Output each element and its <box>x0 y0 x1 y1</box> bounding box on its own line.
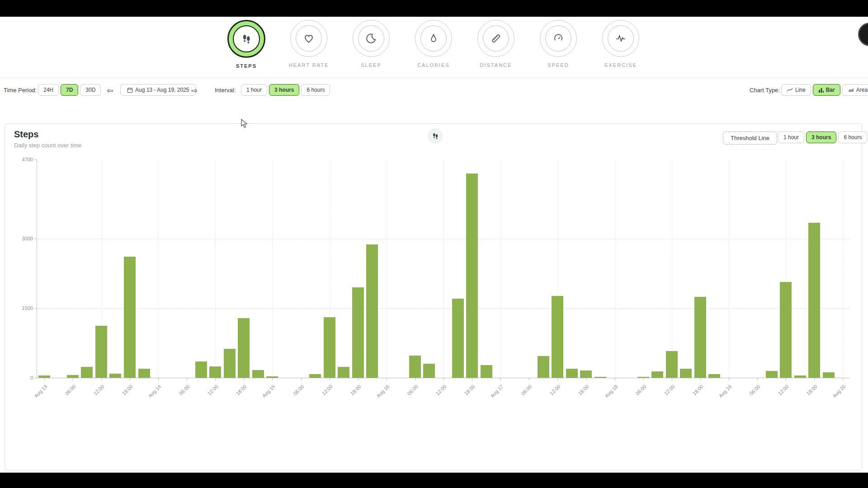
x-tick <box>557 378 558 380</box>
chart-type-label: Area <box>856 87 868 93</box>
nav-item-speed[interactable]: SPEED <box>527 18 590 68</box>
nav-item-distance[interactable]: DISTANCE <box>465 18 527 68</box>
x-tick <box>44 378 45 380</box>
chart-interval-3-hours[interactable]: 3 hours <box>806 131 836 143</box>
bar-slot-55[interactable] <box>823 372 835 378</box>
chart-interval-1-hour[interactable]: 1 hour <box>778 131 804 143</box>
bar-slot-29[interactable] <box>452 299 464 378</box>
bar-slot-3[interactable] <box>81 367 93 378</box>
nav-ring <box>415 20 452 57</box>
bar-slot-45[interactable] <box>680 369 692 378</box>
bar-slot-14[interactable] <box>238 318 250 378</box>
bar-slot-51[interactable] <box>766 371 778 378</box>
x-tick-label: Aug 19 <box>729 382 745 390</box>
bar-slot-4[interactable] <box>95 326 107 378</box>
bar-slot-23[interactable] <box>366 244 378 378</box>
x-tick-label: 18:00 <box>130 382 142 390</box>
gridline-x <box>615 160 615 378</box>
chart-type-bar[interactable]: Bar <box>813 84 840 96</box>
bar-slot-15[interactable] <box>252 370 264 378</box>
bar-slot-12[interactable] <box>209 366 221 378</box>
x-tick-label: Aug 13 <box>44 382 60 390</box>
bar-slot-54[interactable] <box>808 223 820 378</box>
x-tick <box>443 378 444 380</box>
bar-slot-11[interactable] <box>195 361 207 378</box>
x-tick-label: Aug 18 <box>615 382 631 390</box>
x-tick <box>729 378 729 380</box>
date-range-text: Aug 13 - Aug 19, 2025 <box>135 87 189 93</box>
nav-item-sleep[interactable]: SLEEP <box>340 18 402 68</box>
x-tick-label: 18:00 <box>586 382 599 390</box>
x-tick-label: 12:00 <box>557 382 570 390</box>
chart-interval-6-hours[interactable]: 6 hours <box>838 131 867 143</box>
bar-slot-21[interactable] <box>338 367 349 378</box>
bar-slot-26[interactable] <box>409 356 421 378</box>
chart-type-group: LineBarArea <box>781 84 868 96</box>
x-tick-label: 06:00 <box>73 382 85 390</box>
interval-3-hours[interactable]: 3 hours <box>269 84 299 96</box>
bar-slot-31[interactable] <box>481 365 492 378</box>
bar-slot-46[interactable] <box>694 297 706 378</box>
interval-6-hours[interactable]: 6 hours <box>301 84 330 96</box>
bar-slot-52[interactable] <box>780 282 792 378</box>
bar-slot-35[interactable] <box>538 356 549 378</box>
bar-slot-53[interactable] <box>794 375 806 378</box>
threshold-line-button[interactable]: Threshold Line <box>723 131 777 145</box>
bar-slot-44[interactable] <box>666 351 678 378</box>
x-tick <box>415 378 415 380</box>
bar-slot-27[interactable] <box>423 364 435 378</box>
x-tick <box>387 378 387 380</box>
x-tick-label: 12:00 <box>443 382 456 390</box>
bar-slot-7[interactable] <box>138 369 150 378</box>
x-tick-label: 12:00 <box>786 382 798 390</box>
bar-slot-39[interactable] <box>594 377 606 378</box>
date-range-button[interactable]: Aug 13 - Aug 19, 2025 <box>120 84 196 96</box>
bar-slot-19[interactable] <box>309 374 321 378</box>
toolbar: Time Period: 24H7D30D ⇦ Aug 13 - Aug 19,… <box>0 83 868 98</box>
bar-slot-30[interactable] <box>466 174 478 378</box>
bar-slot-47[interactable] <box>708 374 720 378</box>
nav-item-exercise[interactable]: EXERCISE <box>590 18 652 68</box>
nav-ring <box>290 20 327 57</box>
bar-slot-5[interactable] <box>109 374 121 378</box>
chart-type-line[interactable]: Line <box>781 84 811 96</box>
x-tick-label: 06:00 <box>529 382 542 390</box>
gridline-x <box>387 160 387 378</box>
nav-item-label: HEART RATE <box>278 62 340 68</box>
heart-icon <box>303 33 315 44</box>
bar-slot-22[interactable] <box>352 287 364 378</box>
gridline-x <box>443 160 444 378</box>
nav-item-steps[interactable]: STEPS <box>215 18 278 69</box>
bar-slot-20[interactable] <box>324 317 335 378</box>
time-period-30d[interactable]: 30D <box>80 84 101 96</box>
bar-slot-37[interactable] <box>566 369 578 378</box>
prev-period-button[interactable]: ⇦ <box>104 85 116 96</box>
gridline-x <box>672 160 672 378</box>
bar-slot-6[interactable] <box>124 257 136 378</box>
chart-card: Steps Daily step count over time Thresho… <box>5 123 862 470</box>
next-period-button[interactable]: ⇨ <box>189 85 200 96</box>
interval-1-hour[interactable]: 1 hour <box>241 84 267 96</box>
y-tick-label: 4700 <box>22 157 33 162</box>
gridline-x <box>158 160 159 378</box>
nav-ring <box>477 20 514 57</box>
time-period-24h[interactable]: 24H <box>38 84 59 96</box>
time-period-label: 30D <box>85 87 95 93</box>
bar-slot-36[interactable] <box>552 296 563 378</box>
x-tick-label: 12:00 <box>672 382 684 390</box>
time-period-7d[interactable]: 7D <box>61 84 78 96</box>
nav-item-heart-rate[interactable]: HEART RATE <box>278 18 340 68</box>
bar-slot-43[interactable] <box>651 371 663 378</box>
y-tick-label: 3000 <box>22 236 33 241</box>
nav-item-calories[interactable]: CALORIES <box>402 18 465 68</box>
bar-slot-38[interactable] <box>580 371 592 378</box>
x-tick-label: 18:00 <box>700 382 713 390</box>
bar-slot-13[interactable] <box>224 349 236 378</box>
interval-label: 6 hours <box>307 87 325 93</box>
x-tick-label: Aug 15 <box>272 382 288 390</box>
x-tick <box>529 378 529 380</box>
x-tick <box>330 378 330 380</box>
x-tick-label: 18:00 <box>814 382 827 390</box>
footprints-icon <box>241 33 252 45</box>
chart-type-area[interactable]: Area <box>842 84 868 96</box>
